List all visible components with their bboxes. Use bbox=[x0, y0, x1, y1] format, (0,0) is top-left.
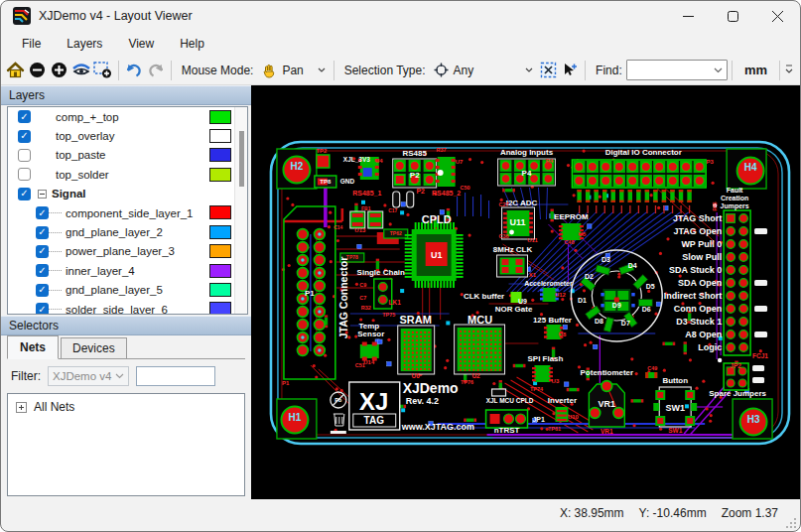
layer-row-top_paste: top_paste bbox=[8, 146, 247, 165]
view-all-button[interactable] bbox=[71, 60, 91, 81]
pcb-label-d4: D4 bbox=[628, 262, 637, 269]
maximize-icon bbox=[728, 11, 738, 22]
selectors-panel-header: Selectors bbox=[1, 316, 251, 335]
pcb-label-d2: D2 bbox=[585, 273, 594, 280]
add-to-selection-button[interactable] bbox=[560, 60, 580, 81]
layers-panel-header: Layers bbox=[1, 85, 251, 105]
expand-icon[interactable] bbox=[16, 402, 27, 413]
clear-selection-button[interactable] bbox=[538, 60, 558, 81]
pcb-label-u1: U1 bbox=[431, 250, 442, 260]
layer-checkbox[interactable]: ✓ bbox=[36, 264, 49, 277]
minimize-icon bbox=[683, 11, 694, 22]
pcb-label-xjl-mcu-cpld: XJL MCU CPLD bbox=[486, 397, 534, 404]
layer-color-swatch[interactable] bbox=[209, 148, 231, 162]
layer-color-swatch[interactable] bbox=[209, 110, 231, 124]
pcb-view[interactable]: RS485Analog InputsDigital IO ConnectorP2… bbox=[251, 85, 800, 499]
layer-color-swatch[interactable] bbox=[209, 168, 231, 182]
layer-color-swatch[interactable] bbox=[209, 302, 231, 315]
scrollbar-thumb[interactable] bbox=[239, 131, 244, 187]
zoom-region-button[interactable] bbox=[93, 60, 113, 81]
find-input[interactable] bbox=[626, 60, 728, 80]
filter-project-dropdown[interactable]: XJDemo v4 bbox=[48, 366, 129, 386]
layer-checkbox[interactable]: ✓ bbox=[36, 226, 49, 239]
chevron-down-icon bbox=[714, 67, 723, 73]
pcb-label-pb: Pb bbox=[334, 397, 342, 403]
tree-line bbox=[49, 232, 62, 233]
menu-item-view[interactable]: View bbox=[115, 33, 167, 55]
menu-item-layers[interactable]: Layers bbox=[54, 33, 115, 55]
collapse-icon[interactable] bbox=[38, 190, 47, 199]
pcb-label-tp75: TP75 bbox=[382, 312, 395, 318]
pcb-label-gnd: GND bbox=[340, 178, 355, 185]
mouse-mode-dropdown[interactable]: Pan bbox=[257, 61, 329, 80]
tab-nets[interactable]: Nets bbox=[7, 335, 59, 359]
find-label: Find: bbox=[596, 64, 622, 77]
pcb-label-u13: U13 bbox=[354, 227, 366, 233]
tree-line bbox=[49, 290, 62, 291]
pcb-label-indirect-short: Indirect Short bbox=[664, 291, 722, 301]
pcb-label-jtag-short: JTAG Short bbox=[673, 213, 722, 223]
redo-icon bbox=[147, 63, 165, 78]
menu-item-file[interactable]: File bbox=[9, 33, 54, 55]
pcb-label-r37: R37 bbox=[437, 147, 447, 153]
layer-color-swatch[interactable] bbox=[209, 225, 231, 239]
layer-label: top_overlay bbox=[56, 130, 114, 142]
layer-checkbox[interactable]: ✓ bbox=[36, 303, 49, 315]
pcb-label-jtag-connector: JTAG Connector bbox=[338, 257, 349, 339]
zoom-in-button[interactable] bbox=[50, 60, 69, 81]
pcb-label-p4: P4 bbox=[522, 169, 532, 178]
filter-text-input[interactable] bbox=[136, 366, 215, 386]
layer-label: top_solder bbox=[56, 169, 109, 181]
window-title: XJDemo v4 - Layout Viewer bbox=[39, 9, 193, 23]
maximize-button[interactable] bbox=[711, 1, 755, 31]
layer-color-swatch[interactable] bbox=[209, 205, 231, 219]
pcb-label-8mhz-clk: 8MHz CLK bbox=[493, 245, 533, 254]
layer-color-swatch[interactable] bbox=[209, 283, 231, 297]
layer-checkbox[interactable]: ✓ bbox=[36, 206, 49, 219]
layer-checkbox[interactable]: ✓ bbox=[36, 245, 49, 258]
close-button[interactable] bbox=[755, 1, 800, 31]
view-all-icon bbox=[71, 63, 91, 78]
layer-label: solder_side_layer_6 bbox=[66, 304, 168, 315]
zoom-out-button[interactable] bbox=[28, 60, 48, 81]
layer-row-solder_side_layer_6: ✓solder_side_layer_6 bbox=[8, 300, 247, 315]
pcb-label-tag: TAG bbox=[364, 415, 385, 426]
pcb-label-sram: SRAM bbox=[400, 314, 432, 326]
layer-checkbox[interactable] bbox=[18, 168, 31, 181]
hand-icon bbox=[261, 63, 277, 78]
pcb-label-c9: C9 bbox=[359, 282, 366, 288]
undo-button[interactable] bbox=[124, 60, 144, 81]
layer-checkbox[interactable]: ✓ bbox=[18, 110, 31, 123]
resize-grip[interactable] bbox=[785, 517, 797, 529]
redo-button[interactable] bbox=[146, 60, 166, 81]
pcb-label-c51: C51 bbox=[355, 362, 365, 368]
home-button[interactable] bbox=[6, 60, 26, 81]
pcb-label-d9: D9 bbox=[612, 302, 621, 309]
pcb-label-jumpers: Jumpers bbox=[721, 202, 749, 210]
layer-color-swatch[interactable] bbox=[209, 244, 231, 258]
pcb-label-digital-io-connector: Digital IO Connector bbox=[605, 148, 682, 157]
minimize-button[interactable] bbox=[666, 1, 711, 31]
selection-type-dropdown[interactable]: Any bbox=[430, 61, 538, 79]
layer-checkbox[interactable] bbox=[18, 149, 31, 162]
window-controls bbox=[666, 1, 800, 31]
pcb-label-p4: P4 bbox=[546, 158, 554, 164]
pcb-label-r32: R32 bbox=[361, 305, 371, 311]
selection-type-label: Selection Type: bbox=[344, 64, 426, 77]
filter-project-value: XJDemo v4 bbox=[53, 370, 111, 382]
pcb-label-nor-gate: NOR Gate bbox=[495, 305, 533, 314]
toolbar-overflow-button[interactable] bbox=[784, 62, 794, 79]
layer-color-swatch[interactable] bbox=[209, 129, 231, 143]
layer-color-swatch[interactable] bbox=[209, 264, 231, 278]
tab-devices[interactable]: Devices bbox=[61, 337, 127, 358]
layer-row-power_plane_layer_3: ✓power_plane_layer_3 bbox=[8, 242, 247, 261]
layer-checkbox[interactable]: ✓ bbox=[36, 284, 49, 297]
layer-checkbox[interactable]: ✓ bbox=[18, 130, 31, 143]
layers-scrollbar[interactable] bbox=[234, 107, 247, 314]
menu-item-help[interactable]: Help bbox=[167, 33, 217, 55]
layout-canvas[interactable]: RS485Analog InputsDigital IO ConnectorP2… bbox=[251, 85, 800, 499]
pcb-label-eeprom: EEPROM bbox=[554, 212, 589, 221]
all-nets-node[interactable]: All Nets bbox=[16, 400, 236, 414]
pcb-label-rs485: RS485 bbox=[403, 149, 428, 158]
layer-checkbox[interactable]: ✓ bbox=[18, 188, 31, 200]
